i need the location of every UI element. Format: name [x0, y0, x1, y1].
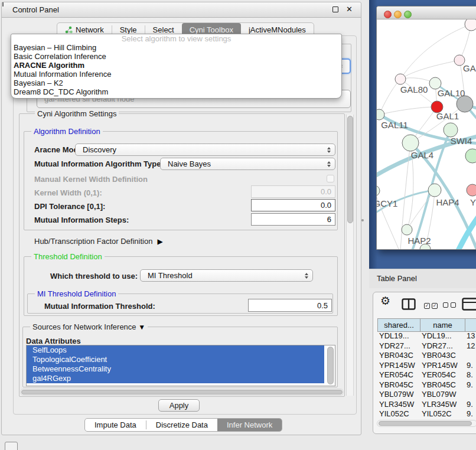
dpi-tolerance-field[interactable]: 0.0 — [251, 199, 335, 211]
tab-infer-network[interactable]: Infer Network — [217, 419, 282, 431]
algorithm-option[interactable]: Bayesian – K2 — [11, 79, 341, 87]
network-node[interactable] — [429, 77, 441, 89]
minimized-panel-icon[interactable] — [5, 442, 18, 450]
splitter-handle[interactable] — [361, 219, 364, 221]
table-cell: YBL079W — [420, 390, 465, 400]
mi-steps-field[interactable]: 6 — [251, 213, 335, 226]
unchecked-columns-icon[interactable] — [443, 301, 456, 309]
network-node[interactable] — [457, 96, 473, 112]
attributes-scrollbar-thumb[interactable] — [327, 347, 334, 384]
mi-steps-value: 6 — [327, 215, 331, 224]
network-node[interactable] — [467, 184, 476, 196]
table-row[interactable]: YBL079WYBL079W — [377, 390, 476, 400]
manual-kernel-checkbox[interactable] — [327, 175, 334, 182]
network-node[interactable] — [465, 149, 476, 163]
algorithm-option[interactable]: ARACNE Algorithm — [11, 61, 341, 70]
table-function-icon[interactable] — [462, 298, 476, 311]
table-horizontal-scrollbar-thumb[interactable] — [379, 421, 472, 426]
table-cell: YER054C — [377, 370, 420, 380]
network-node[interactable] — [377, 109, 384, 120]
control-panel-titlebar[interactable]: Control Panel ✕ — [2, 2, 361, 18]
table-row[interactable]: YDL19...YDL19...13 — [377, 331, 476, 341]
window-edge-artifact — [2, 2, 4, 6]
table-column-header[interactable]: name — [420, 319, 465, 331]
sources-legend[interactable]: Sources for Network Inference ▼ — [30, 322, 148, 331]
tab-infer-network-label: Infer Network — [227, 420, 272, 429]
network-node[interactable] — [402, 224, 412, 235]
data-attributes-label: Data Attributes — [26, 337, 81, 345]
table-row[interactable]: YER054CYER054C8. — [377, 370, 476, 380]
dpi-tolerance-label: DPI Tolerance [0,1]: — [34, 202, 105, 211]
aracne-mode-combo[interactable]: Discovery — [75, 144, 335, 156]
network-window-titlebar[interactable] — [377, 6, 476, 19]
table-row[interactable]: YLR345WYLR345W9. — [377, 400, 476, 410]
hub-tf-definition-toggle[interactable]: Hub/Transcription Factor Definition ▶ — [34, 237, 163, 246]
table-panel-titlebar[interactable]: Table Panel — [369, 269, 476, 288]
algorithm-option[interactable]: Bayesian – Hill Climbing — [11, 43, 341, 52]
gear-icon[interactable]: ⚙ — [380, 295, 390, 308]
algorithm-option[interactable]: Basic Correlation Inference — [11, 52, 341, 61]
algorithm-option[interactable]: Mutual Information Inference — [11, 70, 341, 79]
network-node[interactable] — [395, 74, 406, 84]
mi-steps-label: Mutual Information Steps: — [34, 216, 129, 224]
mi-threshold-field[interactable]: 0.5 — [248, 299, 332, 312]
network-icon — [65, 26, 73, 34]
settings-horizontal-scrollbar-thumb[interactable] — [21, 390, 343, 394]
network-node[interactable] — [428, 184, 441, 197]
network-node[interactable] — [465, 19, 476, 31]
settings-vertical-scrollbar[interactable] — [346, 115, 354, 396]
table-cell: YDR27... — [420, 341, 465, 351]
tab-jactivemnodules-label: jActiveMNodules — [249, 25, 306, 34]
table-row[interactable]: YPR145WYPR145W9. — [377, 361, 476, 371]
settings-vertical-scrollbar-thumb[interactable] — [347, 116, 353, 223]
mi-type-combo[interactable]: Naive Bayes — [160, 158, 335, 170]
table-row[interactable]: YDR27...YDR27...12 — [377, 341, 476, 351]
columns-icon[interactable] — [402, 298, 416, 310]
minimize-traffic-light[interactable] — [394, 11, 402, 18]
tab-impute-data[interactable]: Impute Data — [85, 419, 146, 431]
attribute-list-item[interactable]: SelfLoops — [27, 345, 324, 355]
tab-impute-data-label: Impute Data — [94, 420, 136, 429]
which-threshold-combo[interactable]: MI Threshold — [140, 269, 313, 282]
table-column-header[interactable]: A — [465, 319, 476, 331]
settings-horizontal-scrollbar[interactable] — [20, 389, 344, 396]
table-cell: YBL079W — [377, 390, 420, 400]
table-cell: 13 — [465, 331, 476, 341]
network-node[interactable] — [377, 185, 380, 196]
table-row[interactable]: YIL052CYIL052C9. — [377, 409, 476, 419]
attribute-list-item[interactable]: BetweennessCentrality — [27, 364, 324, 374]
network-graph-canvas[interactable]: GALGAL80GAL10GAL1GAL11SWI4GAL4GCY1HAP4YH… — [377, 19, 476, 250]
network-node-label: GCY1 — [377, 198, 397, 208]
which-threshold-value: MI Threshold — [148, 271, 193, 280]
network-view-window[interactable]: GALGAL80GAL10GAL1GAL11SWI4GAL4GCY1HAP4YH… — [376, 6, 476, 250]
network-edge[interactable] — [379, 79, 400, 115]
tab-style-label: Style — [120, 25, 137, 34]
close-traffic-light[interactable] — [384, 11, 392, 18]
network-node[interactable] — [402, 135, 419, 151]
table-header-row[interactable]: shared...nameA — [377, 318, 476, 332]
close-icon[interactable]: ✕ — [346, 5, 353, 14]
algorithm-option[interactable]: Dream8 DC_TDC Algorithm — [11, 87, 341, 96]
apply-button-label: Apply — [169, 401, 189, 410]
table-column-header[interactable]: shared... — [378, 319, 420, 331]
kernel-width-value: 0.0 — [321, 187, 331, 196]
network-node[interactable] — [444, 123, 458, 137]
network-edge[interactable] — [400, 24, 471, 79]
attribute-list-item[interactable]: gal4RGexp — [27, 374, 324, 383]
table-horizontal-scrollbar[interactable] — [377, 420, 476, 427]
table-row[interactable]: YBR045CYBR045C9. — [377, 380, 476, 390]
tab-discretize-data[interactable]: Discretize Data — [146, 419, 217, 431]
apply-button[interactable]: Apply — [158, 399, 200, 412]
kernel-width-field[interactable]: 0.0 — [251, 185, 335, 198]
checked-columns-icon[interactable]: ✓✓ — [424, 300, 438, 309]
network-edge[interactable] — [379, 107, 437, 115]
float-window-icon[interactable] — [332, 6, 338, 12]
attribute-list-item[interactable]: TopologicalCoefficient — [27, 355, 324, 364]
data-attributes-list[interactable]: SelfLoopsTopologicalCoefficientBetweenne… — [26, 345, 335, 386]
network-edge[interactable] — [400, 60, 459, 79]
table-cell: YPR145W — [420, 361, 465, 371]
zoom-traffic-light[interactable] — [404, 11, 412, 18]
table-row[interactable]: YBR043CYBR043C — [377, 351, 476, 361]
network-node-label: GAL1 — [436, 111, 459, 121]
table-cell: YDR27... — [377, 341, 420, 351]
